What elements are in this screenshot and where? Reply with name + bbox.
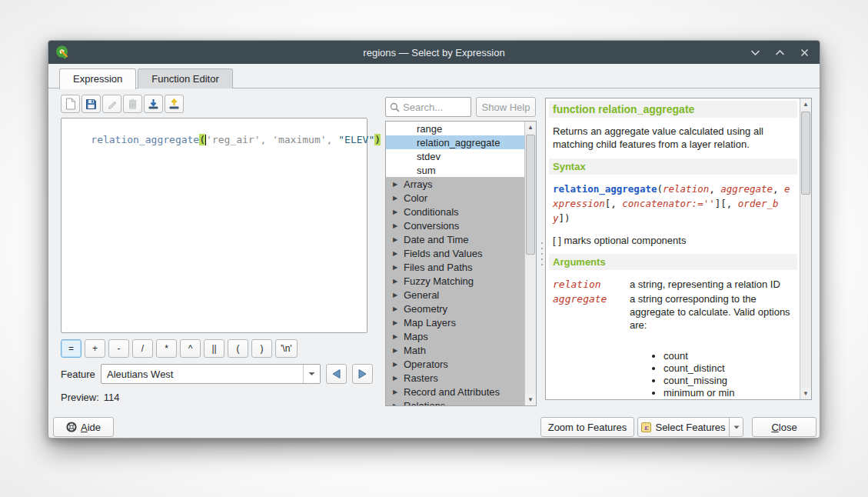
expand-arrow-icon[interactable]: ▶ xyxy=(386,264,398,271)
function-list-item-date-and-time[interactable]: ▶Date and Time xyxy=(386,232,526,246)
scroll-down-icon[interactable]: ▼ xyxy=(525,394,536,405)
expand-arrow-icon[interactable]: ▶ xyxy=(386,278,398,285)
scroll-down-icon[interactable]: ▼ xyxy=(800,388,811,399)
function-list-item-fields-and-values[interactable]: ▶Fields and Values xyxy=(386,246,526,260)
operator-button-'\n'[interactable]: '\n' xyxy=(275,339,298,358)
expand-arrow-icon[interactable]: ▶ xyxy=(386,208,398,215)
operator-button-/[interactable]: / xyxy=(132,339,153,358)
new-expression-button[interactable] xyxy=(61,95,80,113)
scrollbar-thumb[interactable] xyxy=(526,135,535,255)
scroll-up-icon[interactable]: ▲ xyxy=(525,122,536,133)
operator-button-^[interactable]: ^ xyxy=(180,339,201,358)
function-search[interactable] xyxy=(385,97,471,117)
expand-arrow-icon[interactable]: ▶ xyxy=(386,389,398,395)
expression-token: , xyxy=(260,134,272,145)
search-input[interactable] xyxy=(403,102,463,113)
function-list-item-range[interactable]: range xyxy=(386,122,526,135)
operator-button-*[interactable]: * xyxy=(156,339,177,358)
expression-token: 'maximum' xyxy=(272,134,326,145)
function-list-item-relations[interactable]: ▶Relations xyxy=(386,399,526,406)
save-expression-button[interactable] xyxy=(81,95,101,113)
next-feature-button[interactable] xyxy=(352,364,373,384)
minimize-icon[interactable] xyxy=(749,46,761,58)
tab-function-editor[interactable]: Function Editor xyxy=(138,68,232,88)
aggregate-option: minimum or min xyxy=(663,387,793,399)
argument-description: a string corresponding to the aggregate … xyxy=(630,292,793,400)
function-list-item-relation_aggregate[interactable]: relation_aggregate xyxy=(386,135,526,149)
expand-arrow-icon[interactable]: ▶ xyxy=(386,236,398,243)
syntax-token: aggregate xyxy=(720,183,773,195)
arguments-heading: Arguments xyxy=(549,254,797,270)
expand-arrow-icon[interactable]: ▶ xyxy=(386,292,398,299)
expand-arrow-icon[interactable]: ▶ xyxy=(386,222,398,229)
scrollbar-thumb[interactable] xyxy=(801,112,810,195)
expression-editor[interactable]: relation_aggregate('reg_air', 'maximum',… xyxy=(61,118,367,333)
argument-row: relationa string, representing a relatio… xyxy=(553,278,793,291)
close-window-icon[interactable] xyxy=(798,46,810,58)
operator-button-||[interactable]: || xyxy=(204,339,224,358)
previous-feature-button[interactable] xyxy=(326,364,347,384)
function-list-item-geometry[interactable]: ▶Geometry xyxy=(386,302,526,315)
export-expression-button[interactable] xyxy=(165,95,184,113)
arguments-table: relationa string, representing a relatio… xyxy=(549,270,797,400)
expand-arrow-icon[interactable]: ▶ xyxy=(386,195,398,202)
function-list-item-math[interactable]: ▶Math xyxy=(386,343,526,357)
function-list-item-sum[interactable]: sum xyxy=(386,163,526,177)
feature-combobox[interactable]: Aleutians West xyxy=(101,364,321,384)
import-expression-button[interactable] xyxy=(144,95,163,113)
function-list-item-files-and-paths[interactable]: ▶Files and Paths xyxy=(386,260,526,274)
function-list-item-stdev[interactable]: stdev xyxy=(386,149,526,163)
operator-button-)[interactable]: ) xyxy=(251,339,272,358)
optional-components-note: [ ] marks optional components xyxy=(549,228,797,254)
edit-expression-button[interactable] xyxy=(102,95,121,113)
select-features-button[interactable]: ε Select Features xyxy=(637,417,743,437)
expand-arrow-icon[interactable]: ▶ xyxy=(386,361,398,368)
operator-button-=[interactable]: = xyxy=(61,339,81,358)
select-features-dropdown[interactable] xyxy=(729,418,743,436)
expand-arrow-icon[interactable]: ▶ xyxy=(386,250,398,257)
function-list-item-maps[interactable]: ▶Maps xyxy=(386,329,526,343)
function-list-panel: rangerelation_aggregatestdevsum▶Arrays▶C… xyxy=(385,121,537,406)
expand-arrow-icon[interactable]: ▶ xyxy=(386,402,398,407)
function-list-item-color[interactable]: ▶Color xyxy=(386,191,526,205)
select-features-main[interactable]: ε Select Features xyxy=(638,418,729,436)
function-list-label: Conversions xyxy=(398,220,459,232)
syntax-token: ][, xyxy=(715,198,738,209)
expand-arrow-icon[interactable]: ▶ xyxy=(386,181,398,188)
function-list: rangerelation_aggregatestdevsum▶Arrays▶C… xyxy=(386,122,526,406)
tab-expression[interactable]: Expression xyxy=(59,68,136,89)
expand-arrow-icon[interactable]: ▶ xyxy=(386,305,398,312)
function-list-item-arrays[interactable]: ▶Arrays xyxy=(386,177,526,191)
function-list-item-fuzzy-matching[interactable]: ▶Fuzzy Matching xyxy=(386,274,526,288)
scroll-up-icon[interactable]: ▲ xyxy=(800,98,811,110)
function-list-item-record-and-attributes[interactable]: ▶Record and Attributes xyxy=(386,385,526,399)
operator-button-+[interactable]: + xyxy=(85,339,105,358)
function-list-item-map-layers[interactable]: ▶Map Layers xyxy=(386,315,526,329)
operator-button-([interactable]: ( xyxy=(228,339,248,358)
help-scrollbar[interactable]: ▲ ▼ xyxy=(800,98,811,399)
help-button[interactable]: Aide xyxy=(53,417,114,437)
export-up-arrow-icon xyxy=(168,98,180,110)
maximize-icon[interactable] xyxy=(773,46,786,58)
expand-arrow-icon[interactable]: ▶ xyxy=(386,333,398,340)
function-list-item-operators[interactable]: ▶Operators xyxy=(386,357,526,371)
expand-arrow-icon[interactable]: ▶ xyxy=(386,375,398,382)
delete-expression-button[interactable] xyxy=(123,95,142,113)
zoom-to-features-button[interactable]: Zoom to Features xyxy=(540,417,634,437)
aggregate-option: maximum or max xyxy=(663,399,793,400)
function-list-item-conversions[interactable]: ▶Conversions xyxy=(386,218,526,232)
function-list-scrollbar[interactable]: ▲ ▼ xyxy=(524,122,536,405)
expression-token: ) xyxy=(374,134,381,145)
panel-splitter[interactable] xyxy=(540,242,544,265)
chevron-down-icon[interactable] xyxy=(303,365,320,383)
show-help-button[interactable]: Show Help xyxy=(476,97,536,117)
syntax-token: , xyxy=(709,183,720,195)
titlebar[interactable]: regions — Select by Expression xyxy=(48,41,820,64)
expand-arrow-icon[interactable]: ▶ xyxy=(386,319,398,326)
operator-button--[interactable]: - xyxy=(108,339,129,358)
function-list-item-rasters[interactable]: ▶Rasters xyxy=(386,371,526,385)
close-button[interactable]: Close xyxy=(752,417,816,437)
expand-arrow-icon[interactable]: ▶ xyxy=(386,347,398,354)
function-list-item-general[interactable]: ▶General xyxy=(386,288,526,302)
function-list-item-conditionals[interactable]: ▶Conditionals xyxy=(386,205,526,218)
